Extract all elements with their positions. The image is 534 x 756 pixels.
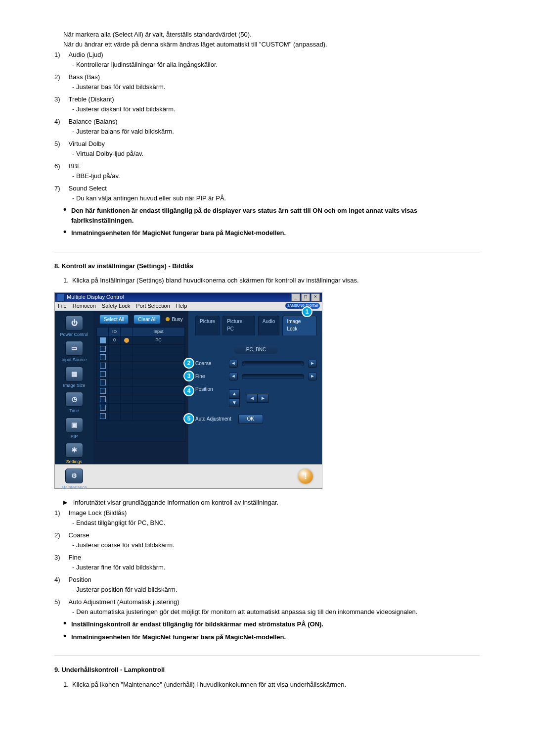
menu-safety-lock[interactable]: Safety Lock	[102, 302, 130, 310]
item-desc: - Justerar balans för vald bildskärm.	[72, 127, 480, 137]
item-desc: -Den automatiska justeringen gör det möj…	[72, 607, 480, 617]
sidebar: ⏻Power Control▭Input Source▦Image Size◷T…	[55, 311, 93, 464]
row-checkbox[interactable]	[97, 404, 109, 412]
clear-all-button[interactable]: Clear All	[134, 315, 161, 324]
menu-port-selection[interactable]: Port Selection	[136, 302, 170, 310]
row-input	[133, 387, 185, 395]
coarse-dec-button[interactable]: ◄	[229, 360, 238, 368]
row-checkbox[interactable]	[97, 378, 109, 387]
row-input	[133, 412, 185, 421]
tab-image-lock-label: Image Lock	[287, 319, 301, 331]
fine-slider[interactable]	[242, 374, 304, 379]
item-number: 4)	[54, 575, 69, 585]
item-title: Sound Select	[69, 185, 107, 192]
coarse-inc-button[interactable]: ►	[308, 360, 317, 368]
sidebar-icon: ▣	[65, 418, 83, 432]
callout-2: 2	[183, 358, 194, 369]
callout-3: 3	[183, 371, 194, 381]
sidebar-icon: ▦	[65, 367, 83, 381]
item-title: Treble (Diskant)	[69, 95, 114, 103]
titlebar[interactable]: Multiple Display Control _ □ ×	[55, 293, 322, 302]
row-input: PC	[133, 336, 185, 345]
item-desc: - Justerar coarse för vald bildskärm.	[72, 540, 480, 550]
auto-adjust-label: Auto Adjustment	[195, 415, 231, 423]
arrow-down-icon[interactable]: ▼	[229, 398, 240, 407]
position-label: Position	[195, 385, 225, 393]
row-checkbox[interactable]	[97, 387, 109, 395]
select-all-button[interactable]: Select All	[99, 315, 129, 324]
busy-label: Busy	[172, 316, 182, 323]
tab-audio[interactable]: Audio	[258, 316, 280, 335]
row-checkbox[interactable]	[97, 370, 109, 378]
tab-picture[interactable]: Picture	[195, 316, 220, 335]
row-checkbox[interactable]	[97, 336, 109, 345]
row-checkbox[interactable]	[97, 412, 109, 421]
row-checkbox[interactable]	[97, 353, 109, 362]
position-left-right-control[interactable]: ◄ ►	[247, 394, 268, 403]
item-desc: - Justerar bas för vald bildskärm.	[72, 82, 480, 92]
row-checkbox[interactable]	[97, 345, 109, 353]
sidebar-item-pip[interactable]: ▣PIP	[59, 418, 89, 440]
coarse-label: Coarse	[195, 360, 225, 367]
window-min-button[interactable]: _	[291, 293, 300, 301]
arrow-up-icon[interactable]: ▲	[229, 389, 240, 398]
row-status-icon	[121, 353, 133, 362]
item-number: 2)	[54, 72, 69, 82]
row-checkbox[interactable]	[97, 362, 109, 370]
bullet-text: Inställningskontroll är endast tillgängl…	[71, 619, 480, 629]
coarse-slider[interactable]	[242, 361, 304, 366]
item-number: 1)	[54, 508, 69, 518]
source-label: PC, BNC	[234, 345, 278, 354]
busy-dot-icon	[166, 317, 170, 321]
row-id	[109, 387, 121, 395]
item-number: 5)	[54, 139, 69, 149]
sidebar-item-input-source[interactable]: ▭Input Source	[59, 341, 89, 364]
sidebar-icon: ⚙	[65, 469, 83, 483]
sidebar-icon: ▭	[65, 341, 83, 356]
sidebar-icon: ✱	[65, 443, 83, 458]
sidebar-icon: ◷	[65, 392, 83, 407]
row-status-icon	[121, 412, 133, 421]
bullet-text: Den här funktionen är endast tillgänglig…	[71, 206, 480, 225]
sidebar-item-maintenance[interactable]: ⚙Maintenance	[59, 469, 89, 491]
row-input	[133, 404, 185, 412]
sidebar-item-label: Input Source	[59, 357, 89, 364]
col-check	[97, 328, 109, 336]
arrow-right-icon[interactable]: ►	[258, 394, 268, 403]
item-title: Position	[69, 576, 91, 583]
menu-file[interactable]: File	[58, 302, 67, 310]
sidebar-item-time[interactable]: ◷Time	[59, 392, 89, 415]
tab-image-lock[interactable]: Image Lock 1	[282, 316, 317, 335]
fine-dec-button[interactable]: ◄	[229, 373, 238, 380]
window-max-button[interactable]: □	[301, 293, 310, 301]
item-number: 3)	[54, 553, 69, 563]
menu-remocon[interactable]: Remocon	[73, 302, 96, 310]
menu-help[interactable]: Help	[176, 302, 187, 310]
item-title: Bass (Bas)	[69, 73, 100, 81]
item-number: 2)	[54, 530, 69, 540]
callout-1: 1	[302, 306, 312, 317]
tab-picture-pc[interactable]: Picture PC	[222, 316, 255, 335]
window-close-button[interactable]: ×	[311, 293, 320, 301]
item-number: 6)	[54, 161, 69, 171]
position-up-down-control[interactable]: ▲ ▼	[229, 389, 240, 407]
item-desc: - Kontrollerar ljudinställningar för all…	[72, 60, 480, 70]
arrow-left-icon[interactable]: ◄	[247, 394, 258, 403]
bullet-icon: •	[63, 206, 71, 225]
sidebar-item-label: PIP	[59, 433, 89, 440]
bullet-icon: •	[63, 632, 71, 642]
item-title: Audio (Ljud)	[69, 51, 103, 58]
fine-inc-button[interactable]: ►	[308, 373, 317, 380]
row-input	[133, 353, 185, 362]
row-checkbox[interactable]	[97, 395, 109, 404]
section9-title: 9. Underhållskontroll - Lampkontroll	[54, 665, 480, 675]
row-id	[109, 345, 121, 353]
ok-button[interactable]: OK	[238, 414, 263, 424]
divider	[54, 252, 480, 252]
sidebar-item-power-control[interactable]: ⏻Power Control	[59, 316, 89, 338]
sidebar-item-image-size[interactable]: ▦Image Size	[59, 367, 89, 389]
bullet-icon: •	[63, 228, 71, 238]
row-input	[133, 362, 185, 370]
row-input	[133, 370, 185, 378]
sidebar-item-settings[interactable]: ✱Settings	[59, 443, 89, 466]
